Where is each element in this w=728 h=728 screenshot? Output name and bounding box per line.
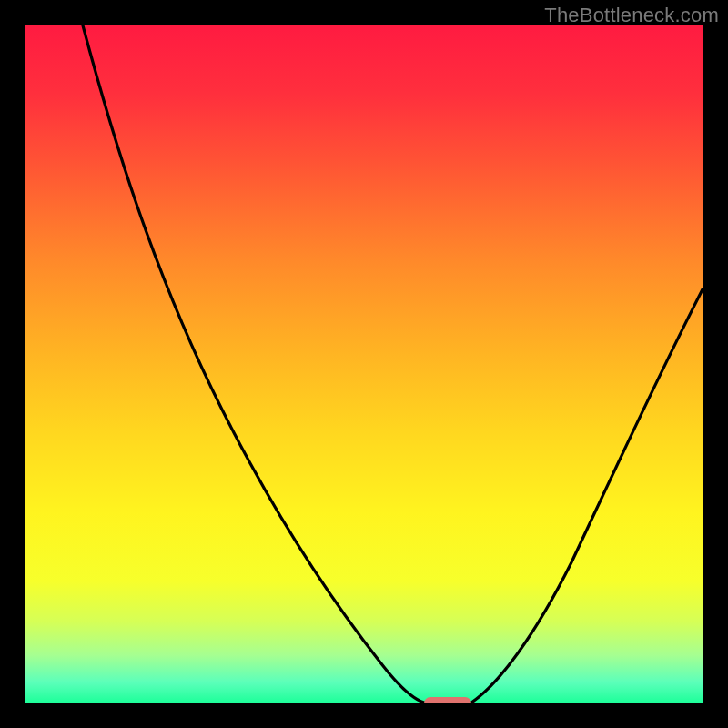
gradient-background	[25, 25, 703, 703]
chart-frame: TheBottleneck.com	[0, 0, 728, 728]
bottleneck-chart-svg	[25, 25, 703, 703]
plot-area	[25, 25, 703, 703]
watermark-text: TheBottleneck.com	[544, 4, 719, 27]
optimal-marker	[424, 697, 471, 703]
